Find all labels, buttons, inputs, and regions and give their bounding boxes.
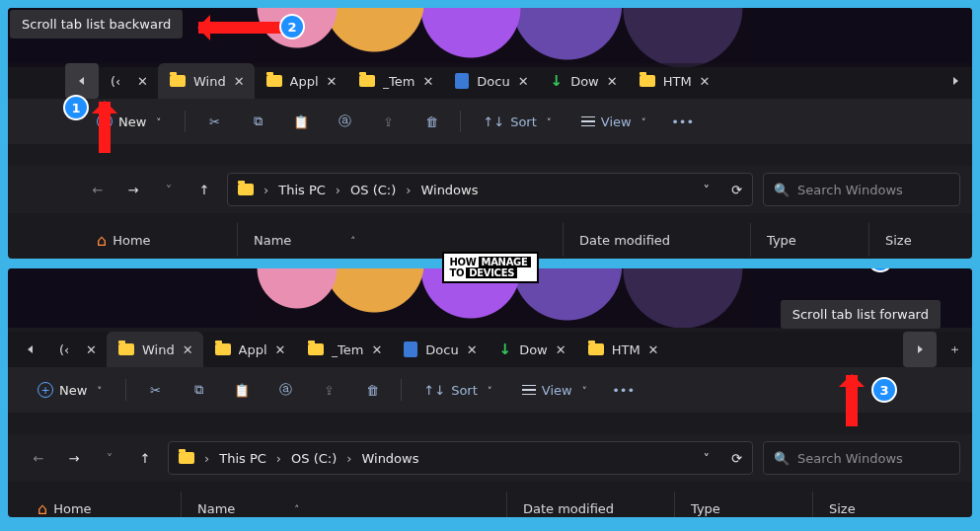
close-icon[interactable]: ✕	[371, 342, 382, 357]
delete-button[interactable]: 🗑	[416, 107, 446, 136]
tab-label: Appl	[290, 74, 319, 89]
recent-button[interactable]: ˅	[97, 451, 122, 466]
tab-dow[interactable]: Dow ✕	[488, 332, 576, 367]
breadcrumb-os-c[interactable]: OS (C:)	[291, 451, 337, 466]
more-button[interactable]: •••	[609, 375, 639, 405]
up-button[interactable]: ↑	[132, 451, 158, 466]
col-name-label: Name	[197, 501, 235, 516]
col-date[interactable]: Date modified	[506, 492, 674, 519]
tab-label: _Tem	[383, 74, 415, 89]
breadcrumb-sep-icon	[262, 183, 270, 197]
back-button[interactable]: ←	[26, 451, 51, 466]
col-size[interactable]: Size	[812, 492, 931, 519]
folder-icon	[588, 343, 604, 355]
more-button[interactable]: •••	[668, 107, 698, 136]
back-button[interactable]: ←	[85, 183, 111, 197]
close-icon[interactable]: ✕	[137, 74, 148, 89]
tab-dow[interactable]: Dow ✕	[539, 63, 628, 99]
col-type[interactable]: Type	[674, 492, 812, 519]
scroll-tabs-backward-button[interactable]	[14, 332, 47, 367]
new-button[interactable]: + New	[28, 377, 112, 403]
sidebar-item-home[interactable]: Home	[38, 499, 92, 518]
tab-htm[interactable]: HTM ✕	[628, 63, 720, 99]
close-icon[interactable]: ✕	[467, 342, 478, 357]
copy-button[interactable]: ⧉	[243, 107, 272, 136]
forward-button[interactable]: →	[120, 183, 146, 197]
sidebar-item-home[interactable]: Home	[97, 231, 151, 250]
chevron-down-icon	[638, 114, 646, 129]
delete-button[interactable]: 🗑	[357, 375, 387, 405]
tab-windows[interactable]: Wind ✕	[158, 63, 255, 99]
view-button[interactable]: View	[514, 375, 595, 405]
tab-appl[interactable]: Appl ✕	[255, 63, 347, 99]
breadcrumb-windows[interactable]: Windows	[420, 183, 478, 197]
breadcrumb-this-pc[interactable]: This PC	[219, 451, 266, 466]
col-date[interactable]: Date modified	[563, 223, 750, 257]
partial-tab[interactable]: (‹ ✕	[47, 332, 107, 367]
divider	[125, 379, 126, 401]
col-size[interactable]: Size	[868, 223, 947, 257]
close-icon[interactable]: ✕	[234, 74, 245, 89]
close-icon[interactable]: ✕	[518, 74, 529, 89]
search-box[interactable]: 🔍 Search Windows	[763, 441, 960, 475]
chevron-down-icon[interactable]: ˅	[704, 451, 711, 466]
recent-button[interactable]: ˅	[156, 183, 182, 197]
share-button[interactable]: ⇪	[373, 107, 403, 136]
breadcrumb-this-pc[interactable]: This PC	[278, 183, 326, 197]
sort-button[interactable]: ↑↓ Sort	[475, 107, 559, 136]
col-type[interactable]: Type	[750, 223, 868, 257]
close-icon[interactable]: ✕	[422, 74, 433, 89]
up-button[interactable]: ↑	[191, 183, 217, 197]
share-button[interactable]: ⇪	[314, 375, 343, 405]
refresh-button[interactable]: ⟳	[731, 183, 742, 197]
close-icon[interactable]: ✕	[327, 74, 338, 89]
tab-windows[interactable]: Wind ✕	[107, 332, 203, 367]
breadcrumb-sep-icon	[202, 451, 211, 466]
breadcrumb-os-c[interactable]: OS (C:)	[350, 183, 396, 197]
chevron-down-icon	[152, 114, 161, 129]
tab-tem[interactable]: _Tem ✕	[296, 332, 393, 367]
paste-button: 📋	[227, 375, 257, 405]
search-box[interactable]: 🔍 Search Windows	[763, 173, 960, 206]
rename-button[interactable]: ⓐ	[270, 375, 300, 405]
breadcrumb-windows[interactable]: Windows	[361, 451, 418, 466]
cut-button[interactable]: ✂	[199, 107, 229, 136]
triangle-left-icon	[77, 76, 87, 86]
new-tab-button[interactable]: ＋	[937, 332, 972, 367]
refresh-button[interactable]: ⟳	[731, 451, 742, 466]
tab-docu[interactable]: Docu ✕	[392, 332, 487, 367]
close-icon[interactable]: ✕	[183, 342, 193, 357]
address-bar[interactable]: This PC OS (C:) Windows ˅ ⟳	[227, 173, 753, 206]
forward-button[interactable]: →	[61, 451, 87, 466]
folder-icon	[118, 343, 134, 355]
scroll-tabs-forward-button[interactable]	[903, 332, 937, 367]
tab-tem[interactable]: _Tem ✕	[347, 63, 444, 99]
rename-button[interactable]: ⓐ	[330, 107, 359, 136]
close-icon[interactable]: ✕	[86, 342, 97, 357]
callout-3: 3	[871, 377, 897, 403]
sort-button[interactable]: ↑↓ Sort	[415, 375, 499, 405]
tab-htm[interactable]: HTM ✕	[576, 332, 669, 367]
scroll-tabs-forward-button[interactable]	[939, 63, 972, 99]
close-icon[interactable]: ✕	[556, 342, 566, 357]
tab-appl[interactable]: Appl ✕	[203, 332, 296, 367]
cut-button[interactable]: ✂	[140, 375, 170, 405]
col-name[interactable]: Name	[181, 492, 506, 519]
close-icon[interactable]: ✕	[275, 342, 286, 357]
divider	[460, 111, 461, 132]
tab-docu[interactable]: Docu ✕	[443, 63, 538, 99]
close-icon[interactable]: ✕	[607, 74, 618, 89]
chevron-down-icon[interactable]: ˅	[704, 183, 711, 197]
triangle-right-icon	[950, 76, 960, 86]
copy-button[interactable]: ⧉	[184, 375, 213, 405]
tab-label: HTM	[663, 74, 692, 89]
view-button[interactable]: View	[573, 107, 654, 136]
close-icon[interactable]: ✕	[648, 342, 659, 357]
close-icon[interactable]: ✕	[700, 74, 711, 89]
address-bar[interactable]: This PC OS (C:) Windows ˅ ⟳	[168, 441, 753, 475]
watermark-text: DEVICES	[469, 267, 514, 278]
folder-icon	[238, 184, 254, 195]
command-bar: + New ✂ ⧉ 📋 ⓐ ⇪ 🗑 ↑↓ Sort View •••	[8, 99, 972, 144]
breadcrumb-sep-icon	[334, 183, 342, 197]
sort-asc-icon	[350, 233, 355, 248]
